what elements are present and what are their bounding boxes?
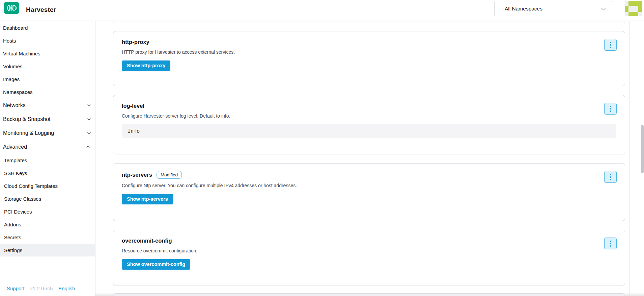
sidebar-item-label: SSH Keys [4,170,27,176]
sidebar-item-cloud-config-templates[interactable]: Cloud Config Templates [0,179,95,192]
sidebar-group-monitoring-logging[interactable]: Monitoring & Logging [0,126,95,140]
sidebar-group-label: Monitoring & Logging [3,130,54,136]
show-overcommit-config-button[interactable]: Show overcommit-config [122,259,190,270]
setting-actions-button[interactable] [604,103,617,115]
sidebar-group-label: Networks [3,102,26,108]
setting-description: Resource overcommit configuration. [122,248,616,253]
sidebar-item-volumes[interactable]: Volumes [0,60,95,73]
setting-value: Info [128,128,140,134]
sidebar-item-label: Settings [4,247,22,253]
sidebar-item-storage-classes[interactable]: Storage Classes [0,192,95,205]
harvester-app: Harvester All Namespaces Dashboard Hosts… [0,0,644,296]
show-ntp-servers-button[interactable]: Show ntp-servers [122,194,173,204]
avatar-cell [638,1,642,6]
sidebar-group-advanced[interactable]: Advanced [0,140,95,154]
sidebar-item-pci-devices[interactable]: PCI Devices [0,205,95,218]
sidebar-item-label: Virtual Machines [3,51,40,56]
chevron-down-icon [87,117,91,120]
setting-card-log-level: log-level Configure Harvester server log… [113,95,625,154]
sidebar-item-label: Volumes [3,64,23,69]
sidebar-item-secrets[interactable]: Secrets [0,231,95,244]
sidebar-item-label: Hosts [3,38,16,44]
sidebar-item-ssh-keys[interactable]: SSH Keys [0,167,95,179]
sidebar-item-label: PCI Devices [4,209,32,215]
avatar-cell [628,6,638,12]
setting-title: overcommit-config [122,238,172,244]
sidebar: Dashboard Hosts Virtual Machines Volumes… [0,21,95,296]
harvester-logo[interactable] [4,2,19,14]
sidebar-item-label: Images [3,76,20,82]
setting-card-http-proxy: http-proxy HTTP proxy for Harvester to a… [113,31,625,86]
support-link[interactable]: Support [7,286,25,291]
avatar-cell [628,1,638,6]
setting-card-ntp-servers: ntp-servers Modified Configure Ntp serve… [113,163,625,221]
namespace-filter-dropdown[interactable]: All Namespaces [494,1,612,16]
sidebar-group-label: Advanced [3,144,27,150]
setting-actions-button[interactable] [604,171,617,183]
setting-title: ntp-servers [122,172,152,178]
chevron-down-icon [601,6,606,10]
avatar-cell [638,12,642,16]
user-avatar[interactable] [625,1,642,16]
language-link[interactable]: English [58,286,75,291]
setting-actions-button[interactable] [604,238,617,249]
page-title: Harvester [26,0,56,21]
sidebar-item-templates[interactable]: Templates [0,154,95,167]
version-label: v1.2.0-rc5 [30,286,53,291]
sidebar-group-backup-snapshot[interactable]: Backup & Snapshot [0,112,95,126]
vertical-scrollbar-thumb[interactable] [641,125,644,173]
setting-card-partial-bottom [113,293,625,296]
sidebar-group-networks[interactable]: Networks [0,98,95,112]
show-http-proxy-button[interactable]: Show http-proxy [122,60,170,71]
chevron-up-icon [86,146,90,149]
chevron-down-icon [87,103,91,106]
avatar-cell [628,12,638,16]
avatar-cell [625,12,628,16]
content-right-border [629,21,630,296]
sidebar-item-label: Cloud Config Templates [4,183,58,189]
sidebar-item-label: Storage Classes [4,196,41,202]
avatar-cell [625,6,628,12]
setting-actions-button[interactable] [604,39,617,51]
sidebar-item-label: Addons [4,222,21,227]
sidebar-item-label: Secrets [4,235,21,240]
avatar-cell [638,6,642,12]
setting-description: Configure Harvester server log level. De… [122,113,616,119]
content-left-border [104,21,104,296]
setting-description: Configure Ntp server. You can configure … [122,183,616,188]
sidebar-item-namespaces[interactable]: Namespaces [0,85,95,98]
sidebar-item-label: Templates [4,157,27,163]
sidebar-item-label: Dashboard [3,25,28,31]
sidebar-item-dashboard[interactable]: Dashboard [0,21,95,34]
modified-badge: Modified [157,171,182,179]
setting-title: http-proxy [122,39,149,45]
setting-description: HTTP proxy for Harvester to access exter… [122,49,616,55]
chevron-down-icon [87,131,91,134]
sidebar-item-addons[interactable]: Addons [0,218,95,231]
avatar-cell [625,1,628,6]
sidebar-item-hosts[interactable]: Hosts [0,34,95,47]
sidebar-footer: Support v1.2.0-rc5 English [7,286,75,291]
harvester-logo-icon [5,3,18,13]
app-header: Harvester All Namespaces [0,0,644,21]
sidebar-item-images[interactable]: Images [0,73,95,85]
namespace-filter-value: All Namespaces [505,6,601,12]
sidebar-group-label: Backup & Snapshot [3,116,51,122]
sidebar-item-settings[interactable]: Settings [0,244,95,256]
setting-title: log-level [122,103,144,109]
setting-value-code-block: Info [122,124,616,138]
setting-card-overcommit-config: overcommit-config Resource overcommit co… [113,230,625,286]
sidebar-item-label: Namespaces [3,89,33,95]
sidebar-item-virtual-machines[interactable]: Virtual Machines [0,47,95,60]
setting-card-partial-top [113,21,625,23]
